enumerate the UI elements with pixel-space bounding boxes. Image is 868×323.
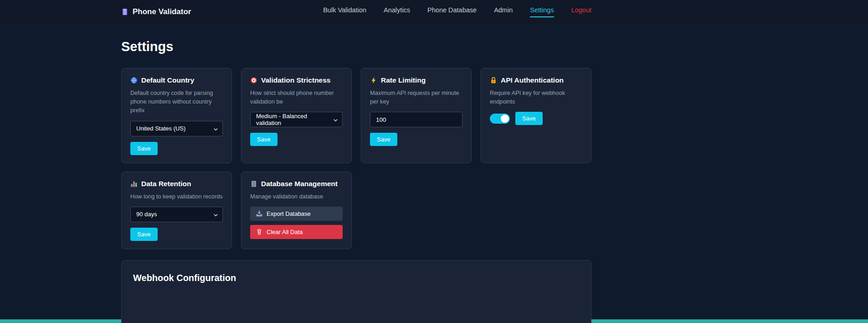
card-title: API Authentication [501, 76, 564, 84]
export-database-button[interactable]: Export Database [250, 207, 343, 221]
save-button[interactable]: Save [370, 133, 397, 146]
brand[interactable]: Phone Validator [121, 7, 191, 16]
card-title: Rate Limiting [381, 76, 426, 84]
nav-item-settings[interactable]: Settings [530, 6, 554, 17]
card-validation-strictness: Validation Strictness How strict should … [241, 68, 352, 163]
nav-links: Bulk Validation Analytics Phone Database… [323, 6, 591, 17]
card-default-country: Default Country Default country code for… [121, 68, 232, 163]
card-description: How strict should phone number validatio… [250, 89, 343, 106]
chevron-down-icon [213, 212, 218, 217]
card-api-authentication: API Authentication Require API key for w… [481, 68, 591, 163]
card-title: Database Management [261, 180, 338, 188]
phone-validator-logo-icon [121, 8, 128, 16]
card-description: How long to keep validation records [130, 192, 223, 201]
clear-all-data-button[interactable]: Clear All Data [250, 225, 343, 239]
save-button[interactable]: Save [130, 142, 158, 155]
card-title: Default Country [141, 76, 194, 84]
card-data-retention: Data Retention How long to keep validati… [121, 172, 232, 249]
settings-cards-grid: Default Country Default country code for… [121, 68, 591, 249]
card-title: Data Retention [141, 180, 191, 188]
card-description: Manage validation database [250, 192, 343, 201]
card-description: Require API key for webhook endpoints [490, 89, 582, 106]
file-cabinet-icon [250, 180, 257, 188]
download-tray-icon [256, 210, 263, 217]
bar-chart-icon [130, 180, 138, 188]
nav-item-logout[interactable]: Logout [571, 6, 591, 17]
lock-icon [490, 77, 497, 84]
validation-strictness-select[interactable]: Medium - Balanced validation [250, 112, 343, 127]
webhook-section-title: Webhook Configuration [133, 273, 580, 283]
trash-icon [256, 228, 263, 235]
card-title: Validation Strictness [261, 76, 330, 84]
default-country-select[interactable]: United States (US) [130, 121, 223, 136]
top-navbar: Phone Validator Bulk Validation Analytic… [0, 0, 868, 24]
save-button[interactable]: Save [250, 133, 277, 146]
nav-item-admin[interactable]: Admin [494, 6, 513, 17]
chevron-down-icon [333, 117, 338, 122]
nav-item-bulk-validation[interactable]: Bulk Validation [323, 6, 366, 17]
webhook-configuration-section: Webhook Configuration [121, 260, 591, 323]
data-retention-select[interactable]: 90 days [130, 207, 223, 222]
chevron-down-icon [213, 126, 218, 131]
lightning-icon [370, 77, 377, 84]
card-database-management: Database Management Manage validation da… [241, 172, 352, 249]
api-auth-toggle[interactable] [490, 114, 510, 124]
card-description: Default country code for parsing phone n… [130, 89, 223, 115]
nav-item-analytics[interactable]: Analytics [384, 6, 410, 17]
save-button[interactable]: Save [130, 228, 158, 241]
rate-limit-input[interactable] [370, 112, 462, 127]
globe-icon [130, 77, 138, 84]
card-description: Maximum API requests per minute per key [370, 89, 462, 106]
nav-item-phone-database[interactable]: Phone Database [427, 6, 477, 17]
brand-title: Phone Validator [133, 7, 191, 16]
settings-page: Settings Default Country Default country… [121, 39, 591, 323]
page-title: Settings [121, 39, 591, 54]
save-button[interactable]: Save [515, 112, 543, 125]
target-icon [250, 77, 257, 84]
toggle-knob [501, 115, 509, 123]
card-rate-limiting: Rate Limiting Maximum API requests per m… [361, 68, 472, 163]
